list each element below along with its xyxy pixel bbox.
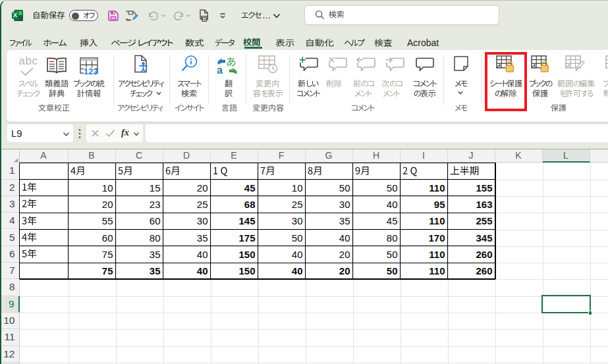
svg-text:123: 123 bbox=[84, 66, 98, 76]
svg-text:X: X bbox=[13, 12, 17, 18]
svg-text:a: a bbox=[217, 65, 223, 75]
